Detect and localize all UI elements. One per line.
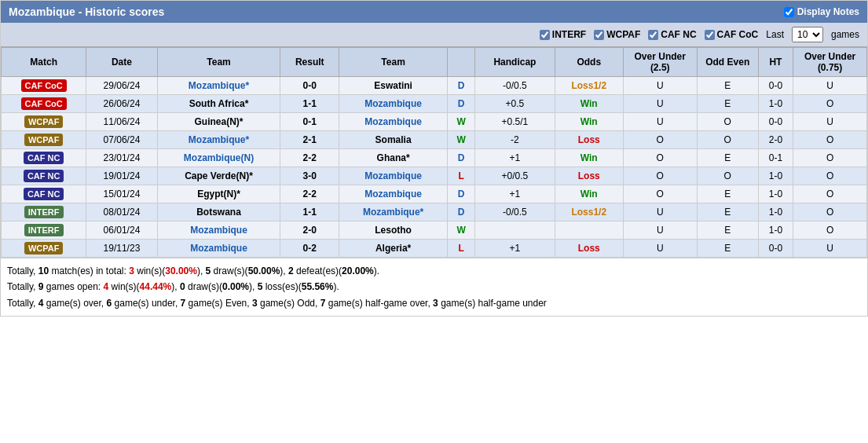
last-games-select[interactable]: 10 20 30 bbox=[792, 27, 823, 42]
team2-cell: Mozambique bbox=[339, 113, 448, 131]
date-cell: 29/06/24 bbox=[86, 77, 157, 95]
col-date: Date bbox=[86, 48, 157, 77]
date-cell: 11/06/24 bbox=[86, 113, 157, 131]
result-cell: 2-2 bbox=[280, 149, 339, 167]
display-notes-control[interactable]: Display Notes bbox=[784, 6, 859, 17]
date-cell: 08/01/24 bbox=[86, 203, 157, 222]
team2-cell: Mozambique bbox=[339, 167, 448, 185]
date-cell: 06/01/24 bbox=[86, 222, 157, 240]
oddeven-cell: E bbox=[697, 149, 758, 167]
odds-cell: Win bbox=[555, 149, 623, 167]
handicap-cell: +1 bbox=[475, 240, 555, 258]
oddeven-cell: E bbox=[697, 240, 758, 258]
ou075-cell: U bbox=[793, 113, 867, 131]
filter-cafnc[interactable]: CAF NC bbox=[648, 29, 696, 40]
odds-cell: Win bbox=[555, 113, 623, 131]
team1-cell: Mozambique bbox=[157, 240, 280, 258]
oddeven-cell: E bbox=[697, 222, 758, 240]
team1-cell: Guinea(N)* bbox=[157, 113, 280, 131]
ou075-cell: U bbox=[793, 240, 867, 258]
col-ht: HT bbox=[758, 48, 793, 77]
result-cell: 2-1 bbox=[280, 131, 339, 149]
ht-cell: 0-0 bbox=[758, 77, 793, 95]
ou25-cell: U bbox=[623, 203, 697, 222]
odds-cell: Loss1/2 bbox=[555, 77, 623, 95]
team2-cell: Somalia bbox=[339, 131, 448, 149]
ou25-cell: U bbox=[623, 95, 697, 113]
team2-cell: Algeria* bbox=[339, 240, 448, 258]
team1-cell: Mozambique(N) bbox=[157, 149, 280, 167]
games-label: games bbox=[831, 29, 859, 40]
team2-cell: Mozambique bbox=[339, 95, 448, 113]
handicap-cell: +0.5/1 bbox=[475, 113, 555, 131]
oddeven-cell: O bbox=[697, 131, 758, 149]
wr-cell: W bbox=[448, 113, 475, 131]
odds-cell: Loss bbox=[555, 131, 623, 149]
ht-cell: 1-0 bbox=[758, 95, 793, 113]
ou075-cell: O bbox=[793, 167, 867, 185]
team1-cell: Mozambique* bbox=[157, 77, 280, 95]
filter-wcpaf[interactable]: WCPAF bbox=[594, 29, 640, 40]
wr-cell: D bbox=[448, 149, 475, 167]
match-badge: CAF NC bbox=[24, 188, 64, 200]
oddeven-cell: E bbox=[697, 185, 758, 203]
ou075-cell: O bbox=[793, 95, 867, 113]
cafcoc-checkbox[interactable] bbox=[705, 30, 715, 40]
ou25-cell: U bbox=[623, 222, 697, 240]
result-cell: 2-0 bbox=[280, 222, 339, 240]
ht-cell: 1-0 bbox=[758, 185, 793, 203]
filter-interf[interactable]: INTERF bbox=[540, 29, 586, 40]
team2-cell: Eswatini bbox=[339, 77, 448, 95]
team1-cell: Egypt(N)* bbox=[157, 185, 280, 203]
interf-checkbox[interactable] bbox=[540, 30, 550, 40]
main-container: Mozambique - Historic scores Display Not… bbox=[0, 0, 868, 317]
odds-cell: Win bbox=[555, 95, 623, 113]
ht-cell: 0-0 bbox=[758, 113, 793, 131]
oddeven-cell: E bbox=[697, 77, 758, 95]
result-cell: 2-2 bbox=[280, 185, 339, 203]
col-handicap: Handicap bbox=[475, 48, 555, 77]
wcpaf-checkbox[interactable] bbox=[594, 30, 604, 40]
team1-cell: Mozambique bbox=[157, 222, 280, 240]
title-bar: Mozambique - Historic scores Display Not… bbox=[1, 1, 867, 23]
match-badge: WCPAF bbox=[24, 134, 64, 146]
ht-cell: 0-1 bbox=[758, 149, 793, 167]
wr-cell: W bbox=[448, 222, 475, 240]
date-cell: 07/06/24 bbox=[86, 131, 157, 149]
ou075-cell: O bbox=[793, 131, 867, 149]
odds-cell: Win bbox=[555, 185, 623, 203]
col-overunder25: Over Under (2.5) bbox=[623, 48, 697, 77]
match-badge: INTERF bbox=[24, 206, 64, 218]
team2-cell: Mozambique bbox=[339, 185, 448, 203]
wr-cell: D bbox=[448, 95, 475, 113]
result-cell: 1-1 bbox=[280, 203, 339, 222]
handicap-cell bbox=[475, 222, 555, 240]
ou075-cell: O bbox=[793, 203, 867, 222]
ht-cell: 1-0 bbox=[758, 167, 793, 185]
ou075-cell: O bbox=[793, 222, 867, 240]
col-odds: Odds bbox=[555, 48, 623, 77]
cafnc-checkbox[interactable] bbox=[648, 30, 658, 40]
team2-cell: Ghana* bbox=[339, 149, 448, 167]
footer-stats: Totally, 10 match(es) in total: 3 win(s)… bbox=[1, 258, 867, 316]
oddeven-cell: O bbox=[697, 167, 758, 185]
col-match: Match bbox=[2, 48, 86, 77]
filter-cafcoc[interactable]: CAF CoC bbox=[705, 29, 759, 40]
wr-cell: W bbox=[448, 131, 475, 149]
col-oddeven: Odd Even bbox=[697, 48, 758, 77]
display-notes-checkbox[interactable] bbox=[784, 7, 794, 17]
handicap-cell: +0.5 bbox=[475, 95, 555, 113]
wr-cell: D bbox=[448, 77, 475, 95]
team2-cell: Mozambique* bbox=[339, 203, 448, 222]
oddeven-cell: E bbox=[697, 203, 758, 222]
footer-line3: Totally, 4 game(s) over, 6 game(s) under… bbox=[7, 295, 861, 311]
col-team2: Team bbox=[339, 48, 448, 77]
result-cell: 0-0 bbox=[280, 77, 339, 95]
ou075-cell: O bbox=[793, 185, 867, 203]
match-badge: CAF NC bbox=[24, 152, 64, 164]
match-badge: INTERF bbox=[24, 224, 64, 236]
col-team1: Team bbox=[157, 48, 280, 77]
date-cell: 26/06/24 bbox=[86, 95, 157, 113]
col-overunder075: Over Under (0.75) bbox=[793, 48, 867, 77]
result-cell: 1-1 bbox=[280, 95, 339, 113]
